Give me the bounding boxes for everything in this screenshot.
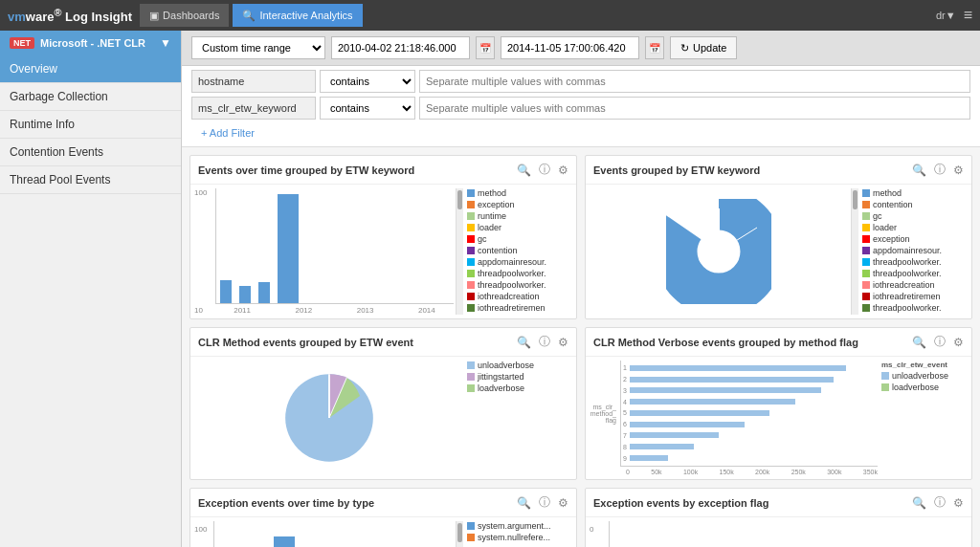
settings-chart-icon-3[interactable]: ⚙ <box>558 336 568 349</box>
search-chart-icon-4[interactable]: 🔍 <box>912 336 926 349</box>
top-nav: vmware® Log Insight ▣ Dashboards 🔍 Inter… <box>0 0 980 31</box>
chart-legend-1: method exception runtime loader gc conte… <box>467 188 572 315</box>
chart-header-2: Events grouped by ETW keyword 🔍 ⓘ ⚙ <box>586 156 971 185</box>
sidebar-product-label: Microsoft - .NET CLR <box>40 37 145 49</box>
vmware-logo: vmware® Log Insight <box>8 7 132 24</box>
dashboard-grid: Events over time grouped by ETW keyword … <box>182 147 980 547</box>
date-from-input[interactable] <box>331 36 470 59</box>
filters-panel: hostname contains ms_clr_etw_keyword con… <box>182 66 980 147</box>
filter-row-etw-keyword: ms_clr_etw_keyword contains <box>191 97 970 120</box>
scrollbar-1[interactable] <box>456 188 463 315</box>
chart-title-3: CLR Method events grouped by ETW event <box>198 337 509 348</box>
date-to-input[interactable] <box>501 36 639 59</box>
settings-chart-icon-5[interactable]: ⚙ <box>558 496 568 510</box>
chart-title-2: Events grouped by ETW keyword <box>593 164 904 176</box>
dashboard-icon: ▣ <box>149 10 159 22</box>
chart-body-2: method contention gc loader exception ap… <box>586 185 971 318</box>
add-filter-button[interactable]: + Add Filter <box>191 123 970 142</box>
y-axis-4: ms_clr_method_flag <box>590 361 618 467</box>
info-chart-icon-5[interactable]: ⓘ <box>539 494 550 511</box>
chart-legend-3: unloadverbose jittingstarted loadverbose <box>467 361 572 475</box>
sidebar-item-overview[interactable]: Overview <box>0 55 181 83</box>
chart-plot-5: 100 <box>194 521 463 547</box>
chart-plot-3 <box>194 361 463 475</box>
main-panel: Custom time range 📅 📅 ↻ Update hostname … <box>182 31 980 547</box>
content-area: NET Microsoft - .NET CLR ▼ Overview Garb… <box>0 31 980 547</box>
chart-clr-method-verbose: CLR Method Verbose events grouped by met… <box>585 327 972 480</box>
vm-text: vm <box>8 10 26 24</box>
main-menu-icon[interactable]: ≡ <box>964 7 972 24</box>
sidebar-item-contention-events[interactable]: Contention Events <box>0 139 181 166</box>
settings-chart-icon-6[interactable]: ⚙ <box>953 496 964 510</box>
bar-area-1 <box>215 188 454 304</box>
scrollbar-5[interactable] <box>456 521 463 547</box>
bar-1 <box>220 280 232 303</box>
chart-exception-over-time: Exception events over time by type 🔍 ⓘ ⚙… <box>189 488 577 547</box>
calendar-to-icon[interactable]: 📅 <box>645 36 664 59</box>
search-chart-icon-5[interactable]: 🔍 <box>517 496 531 510</box>
chart-header-6: Exception events by exception flag 🔍 ⓘ ⚙ <box>586 489 971 517</box>
chart-header-5: Exception events over time by type 🔍 ⓘ ⚙ <box>190 489 576 517</box>
sidebar-header: NET Microsoft - .NET CLR ▼ <box>0 31 181 55</box>
chart-plot-6: 0 <box>590 521 858 547</box>
pie-chart-2 <box>666 199 771 304</box>
scrollbar-2[interactable] <box>851 188 858 315</box>
sidebar-dropdown-icon[interactable]: ▼ <box>160 36 171 50</box>
chart-events-over-time: Events over time grouped by ETW keyword … <box>189 155 577 319</box>
ware-text: ware® Log Insight <box>26 10 132 24</box>
chart-body-1: 100 10 <box>190 185 576 318</box>
chart-clr-method-events: CLR Method events grouped by ETW event 🔍… <box>189 327 577 480</box>
info-chart-icon-2[interactable]: ⓘ <box>934 162 946 178</box>
filter-value-etw[interactable] <box>419 97 970 120</box>
update-button[interactable]: ↻ Update <box>670 36 737 59</box>
filter-operator-hostname[interactable]: contains <box>320 70 415 93</box>
sidebar: NET Microsoft - .NET CLR ▼ Overview Garb… <box>0 31 182 547</box>
chart-header-1: Events over time grouped by ETW keyword … <box>190 156 576 185</box>
filter-field-etw: ms_clr_etw_keyword <box>191 97 316 120</box>
filter-operator-etw[interactable]: contains <box>320 97 415 120</box>
sidebar-item-runtime-info[interactable]: Runtime Info <box>0 111 181 139</box>
y-axis-6: 0 <box>590 521 607 547</box>
chart-body-3: unloadverbose jittingstarted loadverbose <box>190 357 576 479</box>
info-chart-icon-4[interactable]: ⓘ <box>934 334 946 350</box>
sidebar-item-thread-pool-events[interactable]: Thread Pool Events <box>0 166 181 194</box>
search-chart-icon-1[interactable]: 🔍 <box>517 164 531 177</box>
chart-header-4: CLR Method Verbose events grouped by met… <box>586 328 971 357</box>
chart-events-grouped-etw: Events grouped by ETW keyword 🔍 ⓘ ⚙ <box>585 155 972 319</box>
search-chart-icon-3[interactable]: 🔍 <box>517 336 531 349</box>
chart-legend-5: system.argument... system.nullrefere... <box>467 521 572 547</box>
interactive-analytics-nav-btn[interactable]: 🔍 Interactive Analytics <box>233 4 362 27</box>
search-chart-icon-6[interactable]: 🔍 <box>912 496 926 510</box>
dashboards-nav-btn[interactable]: ▣ Dashboards <box>140 4 229 27</box>
product-badge: NET <box>10 37 34 49</box>
bar-2 <box>239 286 251 303</box>
chart-legend-2: method contention gc loader exception ap… <box>862 188 968 315</box>
search-icon: 🔍 <box>242 10 256 22</box>
settings-chart-icon-4[interactable]: ⚙ <box>953 336 964 349</box>
chart-body-6: 0 <box>586 517 971 547</box>
chart-plot-1: 100 10 <box>194 188 463 315</box>
chart-body-4: ms_clr_method_flag 1 2 3 4 5 6 7 8 <box>586 357 971 479</box>
bar-3 <box>258 282 270 303</box>
chart-plot-4: ms_clr_method_flag 1 2 3 4 5 6 7 8 <box>590 361 878 475</box>
sidebar-item-garbage-collection[interactable]: Garbage Collection <box>0 83 181 111</box>
filter-row-hostname: hostname contains <box>191 70 970 93</box>
bar-4 <box>278 194 299 303</box>
x-axis-4: 050k100k150k200k250k300k350k <box>590 469 878 475</box>
bar-area-5 <box>213 521 454 547</box>
info-chart-icon-3[interactable]: ⓘ <box>539 334 550 350</box>
settings-chart-icon-1[interactable]: ⚙ <box>558 164 568 177</box>
time-range-select[interactable]: Custom time range <box>191 36 325 59</box>
chart-title-6: Exception events by exception flag <box>593 497 904 509</box>
user-menu[interactable]: dr▼ <box>936 10 956 21</box>
x-axis-1: 2011201220132014 <box>215 306 454 315</box>
calendar-from-icon[interactable]: 📅 <box>476 36 495 59</box>
search-chart-icon-2[interactable]: 🔍 <box>912 164 926 177</box>
info-chart-icon-6[interactable]: ⓘ <box>934 494 946 511</box>
filter-value-hostname[interactable] <box>419 70 970 93</box>
nav-right: dr▼ ≡ <box>936 7 972 24</box>
settings-chart-icon-2[interactable]: ⚙ <box>953 164 964 177</box>
pie-chart-3 <box>277 361 382 475</box>
info-chart-icon-1[interactable]: ⓘ <box>539 162 550 178</box>
chart-exception-by-flag: Exception events by exception flag 🔍 ⓘ ⚙… <box>585 488 972 547</box>
